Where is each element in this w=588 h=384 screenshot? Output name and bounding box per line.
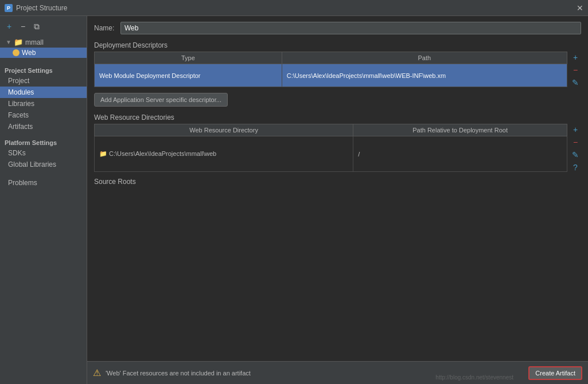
web-resource-wrapper: Web Resource Directory Path Relative to … — [94, 124, 581, 173]
wrd-path-cell: / — [353, 136, 567, 172]
web-resource-dir-label: Web Resource Directories — [94, 113, 581, 122]
sidebar-toolbar: + − ⧉ — [0, 18, 87, 34]
sidebar-item-libraries[interactable]: Libraries — [0, 98, 87, 109]
tree-arrow-icon: ▼ — [6, 39, 11, 45]
name-label: Name: — [94, 24, 116, 32]
close-button[interactable]: ✕ — [577, 4, 583, 12]
add-module-button[interactable]: + — [3, 21, 15, 32]
dd-row[interactable]: Web Module Deployment Descriptor C:\User… — [95, 64, 567, 87]
wrd-add-button[interactable]: + — [570, 124, 581, 135]
deployment-descriptors-wrapper: Type Path Web Module Deployment Descript… — [94, 52, 581, 88]
sidebar: + − ⧉ ▼ 📁 mmall Web Project Settings Pro… — [0, 16, 87, 384]
wrd-path-header: Path Relative to Deployment Root — [353, 124, 567, 136]
add-descriptor-button[interactable]: Add Application Server specific descript… — [94, 93, 228, 107]
name-row: Name: — [94, 22, 581, 34]
warning-text: 'Web' Facet resources are not included i… — [106, 370, 524, 377]
tree-web-label: Web — [22, 49, 36, 57]
dd-edit-button[interactable]: ✎ — [570, 77, 581, 88]
wrd-remove-button[interactable]: − — [570, 136, 581, 148]
folder-icon: 📁 — [14, 38, 23, 46]
deployment-descriptors-label: Deployment Descriptors — [94, 41, 581, 49]
web-resource-table: Web Resource Directory Path Relative to … — [94, 124, 567, 172]
title-bar-left: P Project Structure — [5, 4, 67, 12]
name-input[interactable] — [120, 22, 581, 34]
dd-side-buttons: + − ✎ — [570, 52, 581, 88]
content-panel: Name: Deployment Descriptors Type Path W — [87, 16, 588, 384]
project-settings-section: Project Settings — [0, 64, 87, 75]
wrd-row[interactable]: 📁 C:\Users\Alex\IdeaProjects\mmall\web / — [95, 136, 567, 172]
warning-bar: ⚠ 'Web' Facet resources are not included… — [87, 361, 588, 384]
tree-item-web[interactable]: Web — [0, 48, 87, 58]
title-bar-title: Project Structure — [16, 4, 67, 12]
warning-icon: ⚠ — [93, 367, 101, 378]
dd-add-button[interactable]: + — [570, 52, 581, 63]
remove-module-button[interactable]: − — [17, 21, 29, 32]
sidebar-item-modules[interactable]: Modules — [0, 87, 87, 98]
dd-type-cell: Web Module Deployment Descriptor — [95, 64, 282, 87]
dd-type-header: Type — [95, 52, 282, 64]
create-artifact-button[interactable]: Create Artifact — [528, 366, 582, 380]
platform-settings-section: Platform Settings — [0, 136, 87, 147]
copy-module-button[interactable]: ⧉ — [31, 21, 42, 32]
source-roots-label: Source Roots — [94, 178, 581, 186]
sidebar-item-project[interactable]: Project — [0, 75, 87, 87]
sidebar-item-facets[interactable]: Facets — [0, 109, 87, 121]
sidebar-item-problems[interactable]: Problems — [0, 177, 87, 189]
wrd-side-buttons: + − ✎ ? — [570, 124, 581, 173]
main-layout: + − ⧉ ▼ 📁 mmall Web Project Settings Pro… — [0, 16, 588, 384]
tree-item-mmall[interactable]: ▼ 📁 mmall — [0, 37, 87, 48]
wrd-dir-cell: 📁 C:\Users\Alex\IdeaProjects\mmall\web — [95, 136, 353, 172]
wrd-help-button[interactable]: ? — [570, 162, 581, 173]
dd-path-cell: C:\Users\Alex\IdeaProjects\mmall\web\WEB… — [282, 64, 567, 87]
sidebar-item-sdks[interactable]: SDKs — [0, 147, 87, 159]
title-bar: P Project Structure ✕ — [0, 0, 588, 16]
wrd-dir-header: Web Resource Directory — [95, 124, 353, 136]
dd-remove-button[interactable]: − — [570, 64, 581, 76]
wrd-edit-button[interactable]: ✎ — [570, 149, 581, 160]
sidebar-item-artifacts[interactable]: Artifacts — [0, 121, 87, 132]
app-icon: P — [5, 4, 13, 12]
module-icon — [13, 49, 20, 56]
deployment-descriptors-table: Type Path Web Module Deployment Descript… — [94, 52, 567, 87]
sidebar-item-global-libraries[interactable]: Global Libraries — [0, 159, 87, 170]
tree-root-label: mmall — [25, 38, 44, 46]
dd-path-header: Path — [282, 52, 567, 64]
